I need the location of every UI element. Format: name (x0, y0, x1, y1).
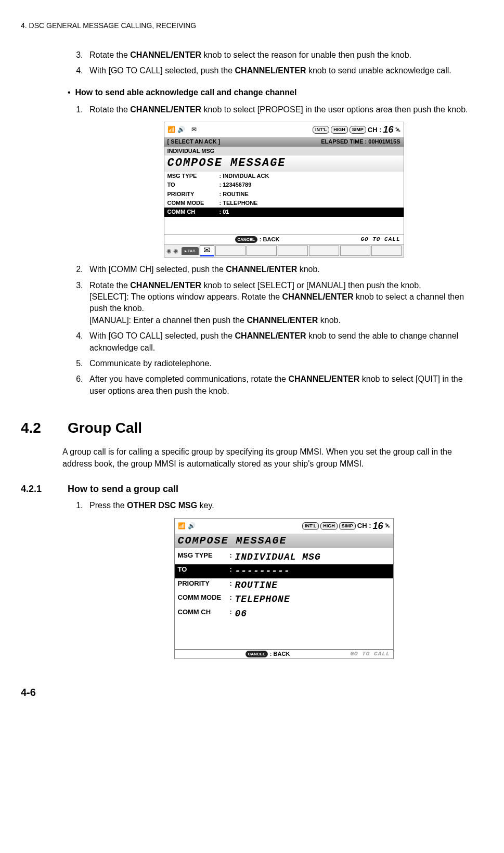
device-screenshot-1: 📶 🔊 ✉ INT'L HIGH SIMP CH : 16 🛰 [ SELECT… (164, 122, 404, 257)
gotocall-label[interactable]: GO TO CALL (360, 236, 400, 243)
cancel-pill[interactable]: CANCEL (235, 236, 257, 243)
text: [SELECT]: The options window appears. Ro… (89, 292, 282, 301)
footer-bar: CANCEL: BACK GO TO CALL (164, 235, 404, 244)
compose-title: COMPOSE MESSAGE (164, 156, 404, 172)
text: With [GO TO CALL] selected, push the (89, 331, 235, 340)
subheading-bullet: • How to send able acknowledge call and … (68, 87, 478, 98)
steps-b: Rotate the CHANNEL/ENTER knob to select … (62, 104, 478, 397)
signal-icon: 📶 (167, 125, 175, 134)
row-to-selected[interactable]: TO:--------- (175, 564, 393, 578)
text: Rotate the (89, 281, 130, 290)
text-bold: CHANNEL/ENTER (226, 265, 297, 274)
channel-label: CH : (357, 521, 371, 531)
row-priority: PRIORITY:ROUTINE (178, 578, 390, 592)
section-heading: 4.2Group Call (21, 418, 478, 438)
tab-strip: ◉ ◉ ▸TAB ✉ (164, 244, 404, 257)
text: [MANUAL]: Enter a channel then push the (89, 316, 247, 325)
text: knob to send unable acknowledge call. (306, 66, 451, 75)
text-bold: CHANNEL/ENTER (130, 50, 201, 59)
step-b5: Communicate by radiotelephone. (85, 358, 478, 369)
text: With [GO TO CALL] selected, push the (89, 66, 235, 75)
sat-icon: 🛰 (395, 126, 400, 134)
pill-high: HIGH (320, 522, 338, 530)
message-rows: MSG TYPE:INDIVIDUAL MSG TO:--------- PRI… (175, 548, 393, 623)
text: key. (197, 501, 214, 510)
tab-empty (247, 245, 277, 256)
gotocall-label-disabled: GO TO CALL (350, 650, 390, 658)
row-priority: PRIORITY: ROUTINE (167, 190, 400, 199)
channel-label: CH : (368, 125, 382, 135)
speaker-icon: 🔊 (188, 522, 196, 531)
page-number: 4-6 (21, 685, 478, 700)
footer-bar: CANCEL: BACK GO TO CALL (175, 649, 393, 658)
text-bold: CHANNEL/ENTER (235, 66, 306, 75)
row-msgtype: MSG TYPE:INDIVIDUAL MSG (178, 550, 390, 564)
signal-icon: 📶 (178, 522, 186, 531)
speaker-icon: 🔊 (177, 125, 185, 134)
status-bar-1: [ SELECT AN ACK ] ELAPSED TIME : 00H01M1… (164, 137, 404, 146)
status-right: ELAPSED TIME : 00H01M15S (321, 138, 400, 146)
tab-empty (309, 245, 339, 256)
envelope-icon: ✉ (191, 125, 197, 134)
text: knob to select [SELECT] or [MANUAL] then… (201, 281, 421, 290)
row-msgtype: MSG TYPE: INDIVIDUAL ACK (167, 172, 400, 180)
subheading-text: How to send able acknowledge call and ch… (75, 88, 297, 97)
envelope-icon: ✉ (203, 244, 210, 256)
text-bold: CHANNEL/ENTER (288, 374, 359, 383)
text-bold: OTHER DSC MSG (127, 501, 197, 510)
step-c1: Press the OTHER DSC MSG key. 📶 🔊 INT'L H… (85, 500, 478, 659)
section-title: Group Call (68, 420, 142, 436)
tab-pill[interactable]: ▸TAB (182, 247, 199, 255)
pill-intl: INT'L (302, 522, 319, 530)
text-bold: CHANNEL/ENTER (130, 281, 201, 290)
row-commmode: COMM MODE: TELEPHONE (167, 199, 400, 208)
pill-intl: INT'L (313, 126, 329, 134)
text: Rotate the (89, 50, 130, 59)
device-screenshot-2: 📶 🔊 INT'L HIGH SIMP CH : 16 🛰 COMPOSE ME… (174, 518, 394, 660)
indicator-dots: ◉ ◉ (166, 247, 178, 255)
status-left: [ SELECT AN ACK ] (167, 138, 221, 146)
row-commch-selected[interactable]: COMM CH: 01 (164, 208, 404, 216)
step-a4: With [GO TO CALL] selected, push the CHA… (85, 65, 478, 76)
tab-empty (215, 245, 245, 256)
titlebar: 📶 🔊 INT'L HIGH SIMP CH : 16 🛰 (175, 519, 393, 534)
text: Press the (89, 501, 127, 510)
tab-empty (278, 245, 308, 256)
step-a3: Rotate the CHANNEL/ENTER knob to select … (85, 49, 478, 61)
text-bold: CHANNEL/ENTER (247, 316, 318, 325)
text: knob to select [PROPOSE] in the user opt… (201, 105, 468, 114)
step-b4: With [GO TO CALL] selected, push the CHA… (85, 330, 478, 354)
step-b6: After you have completed communications,… (85, 373, 478, 397)
tab-empty (340, 245, 370, 256)
steps-c: Press the OTHER DSC MSG key. 📶 🔊 INT'L H… (62, 500, 478, 659)
subsection-title: How to send a group call (68, 484, 178, 494)
row-commmode: COMM MODE:TELEPHONE (178, 592, 390, 606)
step-b3: Rotate the CHANNEL/ENTER knob to select … (85, 280, 478, 327)
compose-title: COMPOSE MESSAGE (175, 534, 393, 548)
step-b2: With [COMM CH] selected, push the CHANNE… (85, 264, 478, 275)
back-label: : BACK (260, 236, 280, 243)
sat-icon: 🛰 (385, 522, 390, 529)
cancel-pill[interactable]: CANCEL (245, 651, 268, 657)
row-commch: COMM CH:06 (178, 607, 390, 621)
titlebar: 📶 🔊 ✉ INT'L HIGH SIMP CH : 16 🛰 (164, 122, 404, 137)
back-label: : BACK (270, 650, 290, 658)
tab-envelope[interactable]: ✉ (200, 245, 214, 256)
text: With [COMM CH] selected, push the (89, 265, 226, 274)
pill-simp: SIMP (350, 126, 366, 134)
pill-high: HIGH (331, 126, 348, 134)
channel-number: 16 (372, 520, 383, 533)
text: After you have completed communications,… (89, 374, 288, 383)
text-bold: CHANNEL/ENTER (282, 292, 354, 301)
page-header: 4. DSC GENERAL MESSAGE CALLING, RECEIVIN… (21, 21, 478, 31)
text: knob to select the reason for unable the… (201, 50, 411, 59)
steps-a: Rotate the CHANNEL/ENTER knob to select … (62, 49, 478, 77)
text: Rotate the (89, 105, 130, 114)
channel-number: 16 (383, 123, 393, 136)
section-intro: A group call is for calling a specific g… (62, 446, 478, 470)
status-bar-2: INDIVIDUAL MSG (164, 147, 404, 156)
tab-empty (371, 245, 402, 256)
pill-simp: SIMP (339, 522, 356, 530)
text: knob. (318, 316, 341, 325)
text-bold: CHANNEL/ENTER (130, 105, 201, 114)
